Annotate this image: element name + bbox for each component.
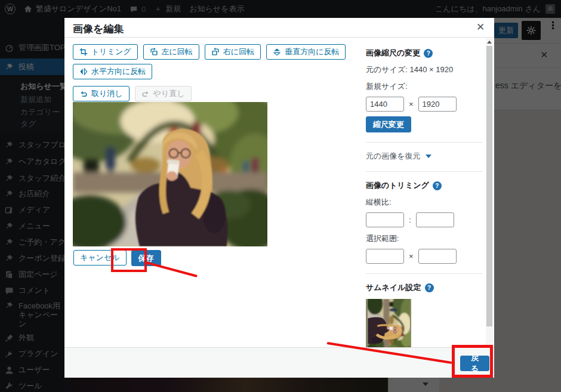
times-separator: × xyxy=(409,252,414,261)
modal-header: 画像を編集 ✕ xyxy=(64,18,494,38)
help-icon[interactable]: ? xyxy=(425,283,434,292)
scale-height-input[interactable] xyxy=(418,97,457,112)
times-separator: × xyxy=(409,100,414,109)
edit-image-modal: 画像を編集 ✕ トリミング 左に回転 右に回転 垂直方向に反転 xyxy=(64,18,494,378)
scale-width-input[interactable] xyxy=(366,97,404,112)
selection-width-input[interactable] xyxy=(366,249,404,264)
flip-vertical-button[interactable]: 垂直方向に反転 xyxy=(266,44,346,60)
rotate-left-icon xyxy=(150,48,158,56)
chevron-down-icon xyxy=(426,155,431,158)
scrollbar-thumb[interactable] xyxy=(486,46,492,326)
redo-button[interactable]: やり直し xyxy=(135,86,192,101)
section-divider xyxy=(366,142,483,143)
section-divider xyxy=(366,171,483,172)
section-divider xyxy=(366,273,483,274)
redo-icon xyxy=(141,89,150,98)
flip-horizontal-icon xyxy=(79,67,88,76)
crop-button[interactable]: トリミング xyxy=(73,44,138,60)
annotation-box-back xyxy=(452,345,493,378)
aspect-ratio-label: 縦横比: xyxy=(366,197,483,208)
aspect-height-input[interactable] xyxy=(416,212,454,227)
rotate-right-button[interactable]: 右に回転 xyxy=(205,44,261,60)
selection-label: 選択範囲: xyxy=(366,233,483,244)
flip-vertical-icon xyxy=(273,48,281,56)
annotation-box-save xyxy=(111,248,147,272)
modal-title: 画像を編集 xyxy=(73,22,124,36)
modal-scrollbar[interactable] xyxy=(486,38,493,365)
scale-section-title: 画像縮尺の変更 ? xyxy=(366,48,483,58)
selection-height-input[interactable] xyxy=(418,249,457,264)
thumbnail-section-title: サムネイル設定 ? xyxy=(366,282,483,293)
rotate-right-icon xyxy=(211,48,220,56)
original-size-value: 1440 × 1920 xyxy=(409,65,453,74)
image-edit-toolbar: トリミング 左に回転 右に回転 垂直方向に反転 水平方向に反転 xyxy=(73,44,366,106)
scroll-up-icon[interactable] xyxy=(487,41,492,44)
rotate-left-button[interactable]: 左に回転 xyxy=(143,44,199,60)
image-edit-sidebar: 画像縮尺の変更 ? 元のサイズ: 1440 × 1920 新規サイズ: × 縮尺… xyxy=(366,48,483,378)
image-preview[interactable] xyxy=(73,102,267,246)
colon-separator: : xyxy=(409,215,411,224)
scale-apply-button[interactable]: 縮尺変更 xyxy=(366,116,411,132)
crop-icon xyxy=(79,48,88,56)
help-icon[interactable]: ? xyxy=(433,181,442,190)
new-size-label: 新規サイズ: xyxy=(366,81,483,92)
aspect-width-input[interactable] xyxy=(366,212,404,227)
modal-footer: 戻る xyxy=(64,347,494,378)
flip-horizontal-button[interactable]: 水平方向に反転 xyxy=(73,64,152,79)
undo-button[interactable]: 取り消し xyxy=(73,86,130,101)
undo-icon xyxy=(79,89,88,98)
close-icon[interactable]: ✕ xyxy=(474,21,487,34)
crop-section-title: 画像のトリミング ? xyxy=(366,180,483,191)
help-icon[interactable]: ? xyxy=(424,49,433,58)
original-size-row: 元のサイズ: 1440 × 1920 xyxy=(366,64,483,75)
restore-original-toggle[interactable]: 元の画像を復元 xyxy=(366,151,483,162)
